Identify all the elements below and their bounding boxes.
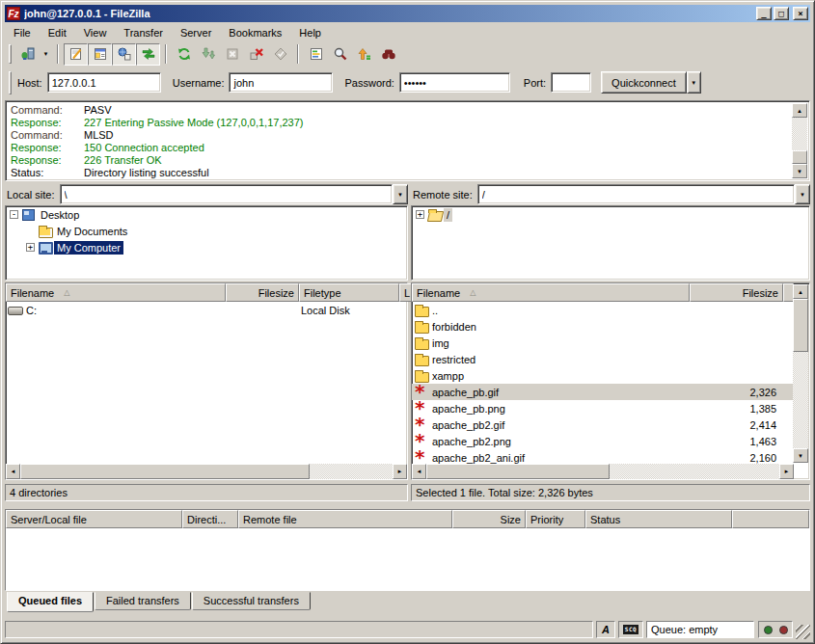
quickconnect-dropdown[interactable]: ▼	[687, 71, 701, 94]
tab-queued-files[interactable]: Queued files	[7, 592, 94, 612]
toolbar-grip[interactable]	[9, 71, 12, 94]
column-header-directi[interactable]: Directi...	[182, 510, 238, 528]
column-header-filesize[interactable]: Filesize	[226, 283, 299, 302]
tree-item-root[interactable]: +/	[412, 206, 809, 223]
collapse-icon[interactable]: -	[10, 210, 18, 219]
remote-vscrollbar[interactable]: ▲ ▼	[793, 284, 808, 463]
menu-help[interactable]: Help	[290, 24, 330, 41]
column-header-server-local-file[interactable]: Server/Local file	[6, 510, 182, 528]
local-tree: -DesktopMy Documents+My Computer	[5, 205, 408, 281]
log-scrollbar[interactable]: ▲ ▼	[792, 103, 807, 178]
scroll-thumb[interactable]	[792, 150, 807, 164]
compare-directories-button[interactable]	[352, 43, 376, 66]
column-header-status[interactable]: Status	[585, 510, 732, 528]
scroll-up-icon[interactable]: ▲	[792, 103, 807, 118]
scroll-track[interactable]	[310, 464, 393, 479]
scroll-right-icon[interactable]: ►	[779, 464, 794, 479]
password-input[interactable]	[399, 72, 510, 93]
menu-file[interactable]: File	[5, 24, 40, 41]
column-header-filesize[interactable]: Filesize	[690, 283, 783, 302]
toggle-remote-tree-button[interactable]	[112, 43, 136, 66]
file-row-img[interactable]: img	[412, 335, 794, 351]
scroll-up-icon[interactable]: ▲	[793, 284, 808, 299]
file-row-apache-pb2-gif[interactable]: apache_pb2.gif2,414	[412, 416, 794, 433]
scroll-track[interactable]	[610, 464, 779, 479]
scroll-track[interactable]	[792, 118, 807, 150]
menu-server[interactable]: Server	[172, 24, 220, 41]
remote-site-dropdown[interactable]: ▼	[795, 184, 810, 204]
maximize-button[interactable]: □	[774, 7, 789, 20]
expand-icon[interactable]: +	[26, 243, 35, 252]
toolbar-grip[interactable]	[9, 44, 12, 64]
host-input[interactable]	[47, 72, 161, 93]
synchronized-browsing-button[interactable]	[376, 43, 400, 66]
file-row-root[interactable]: ..	[412, 302, 794, 318]
file-row-forbidden[interactable]: forbidden	[412, 318, 794, 335]
scroll-down-icon[interactable]: ▼	[792, 164, 807, 178]
minimize-button[interactable]: _	[756, 7, 772, 20]
column-header-priority[interactable]: Priority	[526, 510, 585, 528]
tab-successful-transfers[interactable]: Successful transfers	[192, 592, 311, 610]
remote-site-label: Remote site:	[413, 189, 473, 201]
expand-icon[interactable]: +	[416, 210, 424, 219]
activity-leds	[758, 621, 793, 638]
site-manager-button[interactable]	[15, 43, 40, 66]
column-header-filetype[interactable]: Filetype	[299, 283, 399, 302]
file-row-apache-pb2-ani-gif[interactable]: apache_pb2_ani.gif2,160	[412, 449, 794, 464]
refresh-button[interactable]	[172, 43, 196, 66]
remote-site-input[interactable]	[477, 184, 795, 204]
file-row-restricted[interactable]: restricted	[412, 351, 794, 367]
file-row-apache-pb-png[interactable]: apache_pb.png1,385	[412, 400, 794, 416]
remote-hscrollbar[interactable]: ◄ ►	[412, 464, 794, 479]
toggle-message-log-button[interactable]	[64, 43, 88, 66]
column-header-remote-file[interactable]: Remote file	[238, 510, 452, 528]
file-row-apache-pb-gif[interactable]: apache_pb.gif2,326	[412, 384, 794, 400]
toggle-local-tree-button[interactable]	[88, 43, 112, 66]
tab-failed-transfers[interactable]: Failed transfers	[95, 592, 191, 610]
mydocs-icon	[38, 224, 54, 238]
search-button[interactable]	[328, 43, 352, 66]
tree-item-my-documents[interactable]: My Documents	[6, 223, 407, 239]
speed-limit-icon[interactable]: SCQ	[618, 621, 643, 638]
filter-button[interactable]	[304, 43, 328, 66]
scroll-thumb[interactable]	[20, 464, 310, 479]
scroll-down-icon[interactable]: ▼	[793, 448, 808, 463]
disconnect-button[interactable]	[244, 43, 268, 66]
file-row-apache-pb2-png[interactable]: apache_pb2.png1,463	[412, 433, 794, 449]
menu-transfer[interactable]: Transfer	[115, 24, 172, 41]
abort-button[interactable]	[268, 43, 292, 66]
local-site-dropdown[interactable]: ▼	[393, 184, 408, 204]
quickconnect-button[interactable]: Quickconnect	[601, 71, 687, 94]
local-hscrollbar[interactable]: ◄ ►	[6, 464, 407, 479]
cancel-operation-button[interactable]	[220, 43, 244, 66]
port-input[interactable]	[551, 72, 591, 93]
file-row-xampp[interactable]: xampp	[412, 367, 794, 384]
column-header-filename[interactable]: Filename△	[412, 283, 690, 302]
menu-edit[interactable]: Edit	[40, 24, 75, 41]
close-button[interactable]: ×	[793, 7, 808, 20]
scroll-left-icon[interactable]: ◄	[412, 464, 426, 479]
local-status-text: 4 directories	[5, 484, 408, 501]
username-input[interactable]	[229, 72, 333, 93]
column-header-size[interactable]: Size	[452, 510, 526, 528]
site-manager-dropdown[interactable]: ▼	[40, 43, 52, 66]
scroll-right-icon[interactable]: ►	[393, 464, 407, 479]
process-queue-button[interactable]	[196, 43, 220, 66]
ascii-type-icon[interactable]: A	[596, 621, 615, 638]
menu-bookmarks[interactable]: Bookmarks	[220, 24, 290, 41]
scroll-left-icon[interactable]: ◄	[6, 464, 20, 479]
scroll-thumb[interactable]	[426, 464, 610, 479]
toggle-transfer-queue-button[interactable]	[136, 43, 160, 66]
tree-label: /	[444, 208, 452, 222]
menu-view[interactable]: View	[75, 24, 116, 41]
tree-item-my-computer[interactable]: +My Computer	[6, 239, 407, 255]
column-header-filename[interactable]: Filename△	[6, 283, 226, 302]
resize-grip-icon[interactable]	[796, 625, 810, 639]
username-label: Username:	[173, 77, 225, 89]
file-row-c[interactable]: C:Local Disk	[6, 302, 407, 318]
file-type: Local Disk	[299, 305, 399, 316]
tree-item-desktop[interactable]: -Desktop	[6, 206, 407, 223]
scroll-track[interactable]	[793, 352, 808, 448]
local-site-input[interactable]	[60, 184, 393, 204]
scroll-thumb[interactable]	[793, 299, 808, 352]
